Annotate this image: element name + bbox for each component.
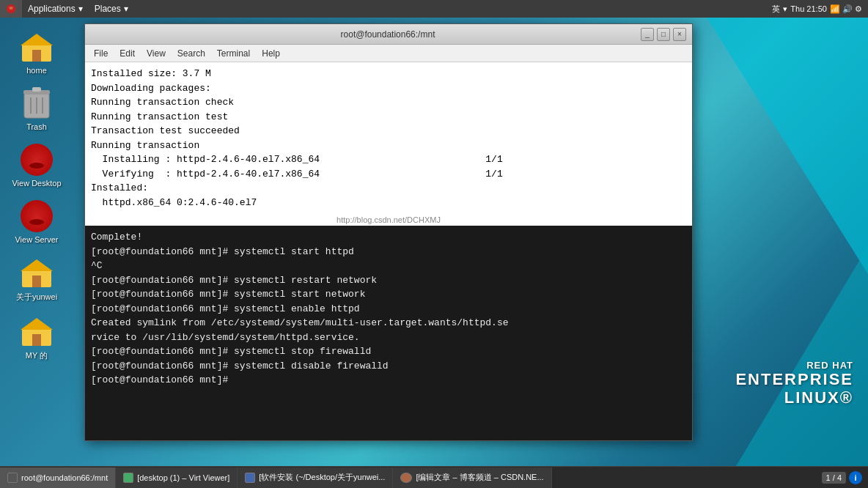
close-button[interactable]: × [673, 28, 686, 41]
applications-menu[interactable]: Applications ▾ [22, 0, 89, 18]
desktop-icon-home-label: home [26, 66, 47, 75]
desktop-icon-about-yunwei-label: 关于yunwei [16, 292, 57, 303]
taskbar-label-1: [desktop (1) – Virt Viewer] [137, 473, 229, 482]
taskbar-item-0[interactable]: root@foundation66:/mnt [0, 467, 116, 488]
terminal-title: root@foundation66:/mnt [135, 29, 641, 40]
desktop-icon-home[interactable]: home [7, 26, 66, 78]
maximize-button[interactable]: □ [657, 28, 670, 41]
window-buttons: _ □ × [641, 28, 686, 41]
desktop-icon-view-desktop[interactable]: View Desktop [7, 138, 66, 191]
output-line-9: Installed: [91, 181, 686, 196]
desktop-icon-view-server[interactable]: View Server [7, 195, 66, 248]
language-indicator[interactable]: 英 [772, 4, 780, 15]
svg-rect-13 [32, 276, 41, 287]
taskbar-item-1[interactable]: [desktop (1) – Virt Viewer] [116, 467, 238, 488]
desktop-icon-view-server-label: View Server [15, 235, 58, 244]
dark-line-1: [root@foundation66 mnt]# systemctl start… [91, 245, 686, 259]
redhat-logo-line1: RED HAT [735, 360, 853, 371]
dark-line-0: Complete! [91, 230, 686, 245]
menu-file[interactable]: File [88, 47, 114, 60]
page-indicator: 1 / 4 [822, 472, 846, 484]
terminal-menubar: File Edit View Search Terminal Help [85, 45, 692, 62]
taskbar: root@foundation66:/mnt [desktop (1) – Vi… [0, 466, 868, 488]
watermark: http://blog.csdn.net/DCHXMJ [85, 214, 692, 226]
dark-line-8: [root@foundation66 mnt]# systemctl stop … [91, 344, 686, 359]
redhat-logo-line2: ENTERPRISE [735, 371, 853, 388]
terminal-output-white: Installed size: 3.7 M Downloading packag… [85, 62, 692, 214]
terminal-titlebar: root@foundation66:/mnt _ □ × [85, 24, 692, 45]
output-line-5: Running transaction [91, 138, 686, 153]
menu-edit[interactable]: Edit [114, 47, 141, 60]
output-line-1: Downloading packages: [91, 81, 686, 96]
top-bar: Applications ▾ Places ▾ 英 ▾ Thu 21:50 📶 … [0, 0, 868, 18]
info-button[interactable]: i [849, 471, 862, 484]
menu-view[interactable]: View [141, 47, 172, 60]
taskbar-label-2: [软件安装 (~/Desktop/关于yunwei... [259, 472, 385, 483]
dark-line-10: [root@foundation66 mnt]# [91, 373, 686, 388]
redhat-logo: RED HAT ENTERPRISE LINUX® [735, 360, 853, 407]
svg-point-10 [29, 163, 44, 169]
svg-rect-3 [32, 50, 41, 62]
taskbar-icon-0 [7, 473, 18, 483]
output-line-4: Transaction test succeeded [91, 124, 686, 138]
right-decoration: RED HAT ENTERPRISE LINUX® [707, 18, 868, 466]
menu-search[interactable]: Search [172, 47, 211, 60]
taskbar-item-2[interactable]: [软件安装 (~/Desktop/关于yunwei... [238, 467, 393, 488]
desktop-icon-about-yunwei[interactable]: 关于yunwei [7, 251, 66, 306]
svg-point-11 [29, 219, 44, 225]
dark-line-3: [root@foundation66 mnt]# systemctl resta… [91, 273, 686, 288]
desktop: Applications ▾ Places ▾ 英 ▾ Thu 21:50 📶 … [0, 0, 868, 488]
desktop-icon-trash[interactable]: Trash [7, 82, 66, 135]
dark-line-2: ^C [91, 259, 686, 273]
taskbar-icon-3 [400, 473, 412, 483]
menu-terminal[interactable]: Terminal [211, 47, 256, 60]
taskbar-label-0: root@foundation66:/mnt [21, 473, 108, 482]
svg-point-1 [8, 10, 14, 12]
redhat-logo-line3: LINUX® [735, 388, 853, 407]
terminal-body[interactable]: Installed size: 3.7 M Downloading packag… [85, 62, 692, 440]
taskbar-label-3: [编辑文章 – 博客频道 – CSDN.NE... [416, 472, 543, 483]
output-line-10: httpd.x86_64 0:2.4.6-40.el7 [91, 196, 686, 210]
taskbar-icon-2 [245, 473, 255, 483]
menu-help[interactable]: Help [256, 47, 286, 60]
desktop-icons: home Trash [7, 26, 66, 365]
places-menu[interactable]: Places ▾ [89, 0, 134, 18]
top-bar-right: 英 ▾ Thu 21:50 📶 🔊 ⚙ [772, 4, 868, 15]
taskbar-icon-1 [123, 473, 133, 483]
dark-line-9: [root@foundation66 mnt]# systemctl disab… [91, 359, 686, 374]
output-line-3: Running transaction test [91, 110, 686, 125]
svg-rect-15 [32, 334, 41, 346]
desktop-icon-my[interactable]: MY 的 [7, 310, 66, 365]
dark-line-7: rvice to /usr/lib/systemd/system/httpd.s… [91, 330, 686, 345]
output-line-2: Running transaction check [91, 95, 686, 110]
dark-line-4: [root@foundation66 mnt]# systemctl start… [91, 287, 686, 302]
dark-line-6: Created symlink from /etc/systemd/system… [91, 316, 686, 330]
output-line-0: Installed size: 3.7 M [91, 67, 686, 81]
dark-line-5: [root@foundation66 mnt]# systemctl enabl… [91, 302, 686, 317]
minimize-button[interactable]: _ [641, 28, 654, 41]
redhat-menu-icon[interactable] [0, 0, 22, 18]
output-line-6: Installing : httpd-2.4.6-40.el7.x86_64 1… [91, 152, 686, 167]
terminal-output-dark[interactable]: Complete! [root@foundation66 mnt]# syste… [85, 226, 692, 440]
desktop-icon-trash-label: Trash [26, 122, 47, 131]
desktop-icon-view-desktop-label: View Desktop [12, 179, 61, 188]
clock: Thu 21:50 [790, 4, 827, 13]
terminal-window: root@foundation66:/mnt _ □ × File Edit V… [84, 23, 693, 441]
taskbar-item-3[interactable]: [编辑文章 – 博客频道 – CSDN.NE... [393, 467, 551, 488]
output-line-7: Verifying : httpd-2.4.6-40.el7.x86_64 1/… [91, 167, 686, 182]
taskbar-right: 1 / 4 i [822, 471, 868, 484]
svg-rect-6 [32, 87, 41, 92]
desktop-icon-my-label: MY 的 [26, 350, 48, 361]
